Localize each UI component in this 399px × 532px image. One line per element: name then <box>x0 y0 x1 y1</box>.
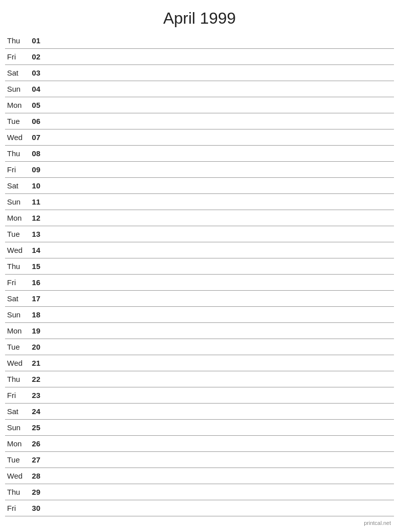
day-name: Wed <box>7 246 26 254</box>
day-name: Sat <box>7 69 26 77</box>
day-row[interactable]: Thu01 <box>5 33 394 49</box>
day-row[interactable]: Wed28 <box>5 468 394 484</box>
day-number: 04 <box>26 85 40 93</box>
day-name: Sun <box>7 197 26 206</box>
day-number: 23 <box>26 391 40 400</box>
day-name: Thu <box>7 149 26 158</box>
day-row[interactable]: Sun18 <box>5 307 394 323</box>
day-number: 17 <box>26 294 40 303</box>
day-number: 11 <box>26 197 40 206</box>
day-name: Sun <box>7 310 26 319</box>
day-number: 29 <box>26 488 40 496</box>
day-name: Tue <box>7 343 26 351</box>
day-line <box>44 266 392 267</box>
day-name: Sun <box>7 423 26 432</box>
day-row[interactable]: Thu15 <box>5 258 394 275</box>
day-line <box>44 298 392 299</box>
day-line <box>44 379 392 379</box>
day-row[interactable]: Wed21 <box>5 355 394 371</box>
day-row[interactable]: Sat24 <box>5 404 394 420</box>
day-name: Wed <box>7 359 26 367</box>
day-line <box>44 153 392 154</box>
day-name: Tue <box>7 455 26 464</box>
day-name: Fri <box>7 278 26 287</box>
day-line <box>44 56 392 57</box>
day-number: 09 <box>26 165 40 174</box>
day-number: 30 <box>26 504 40 512</box>
day-name: Mon <box>7 214 26 222</box>
day-row[interactable]: Tue20 <box>5 339 394 355</box>
day-line <box>44 89 392 89</box>
day-row[interactable]: Thu29 <box>5 484 394 500</box>
day-line <box>44 330 392 331</box>
day-name: Fri <box>7 52 26 61</box>
day-line <box>44 347 392 347</box>
day-row[interactable]: Fri23 <box>5 387 394 404</box>
day-number: 24 <box>26 407 40 416</box>
day-row[interactable]: Mon19 <box>5 323 394 339</box>
day-number: 02 <box>26 52 40 61</box>
day-row[interactable]: Thu08 <box>5 146 394 162</box>
day-number: 01 <box>26 36 40 45</box>
day-number: 27 <box>26 455 40 464</box>
day-row[interactable]: Tue27 <box>5 452 394 468</box>
day-number: 16 <box>26 278 40 287</box>
day-number: 28 <box>26 472 40 480</box>
day-row[interactable]: Mon12 <box>5 210 394 226</box>
day-row[interactable]: Wed07 <box>5 129 394 146</box>
day-name: Tue <box>7 230 26 238</box>
day-name: Sat <box>7 181 26 190</box>
day-name: Thu <box>7 36 26 45</box>
day-row[interactable]: Wed14 <box>5 242 394 258</box>
day-line <box>44 73 392 73</box>
day-row[interactable]: Fri02 <box>5 49 394 65</box>
day-number: 06 <box>26 117 40 125</box>
day-row[interactable]: Mon05 <box>5 97 394 113</box>
day-row[interactable]: Mon26 <box>5 436 394 452</box>
day-line <box>44 169 392 170</box>
day-number: 19 <box>26 326 40 335</box>
day-line <box>44 121 392 121</box>
day-row[interactable]: Sun11 <box>5 194 394 210</box>
day-name: Mon <box>7 439 26 448</box>
day-row[interactable]: Fri09 <box>5 162 394 178</box>
day-row[interactable]: Sat03 <box>5 65 394 81</box>
day-number: 10 <box>26 181 40 190</box>
day-line <box>44 443 392 444</box>
day-row[interactable]: Fri16 <box>5 275 394 291</box>
day-number: 12 <box>26 214 40 222</box>
day-line <box>44 314 392 315</box>
day-line <box>44 202 392 202</box>
day-row[interactable]: Tue06 <box>5 113 394 129</box>
day-number: 13 <box>26 230 40 238</box>
day-number: 08 <box>26 149 40 158</box>
day-name: Fri <box>7 391 26 400</box>
day-row[interactable]: Sat17 <box>5 291 394 307</box>
day-line <box>44 411 392 412</box>
day-number: 05 <box>26 101 40 109</box>
day-number: 21 <box>26 359 40 367</box>
day-number: 03 <box>26 69 40 77</box>
day-name: Fri <box>7 165 26 174</box>
day-number: 20 <box>26 343 40 351</box>
day-name: Sat <box>7 407 26 416</box>
day-row[interactable]: Fri30 <box>5 500 394 516</box>
day-row[interactable]: Sun25 <box>5 420 394 436</box>
day-row[interactable]: Sat10 <box>5 178 394 194</box>
day-name: Fri <box>7 504 26 512</box>
day-line <box>44 427 392 428</box>
day-name: Wed <box>7 133 26 142</box>
day-number: 25 <box>26 423 40 432</box>
day-row[interactable]: Tue13 <box>5 226 394 242</box>
day-name: Sat <box>7 294 26 303</box>
day-name: Thu <box>7 262 26 271</box>
day-line <box>44 40 392 41</box>
day-number: 15 <box>26 262 40 271</box>
day-number: 14 <box>26 246 40 254</box>
day-row[interactable]: Thu22 <box>5 371 394 387</box>
day-name: Mon <box>7 101 26 109</box>
day-line <box>44 105 392 105</box>
day-row[interactable]: Sun04 <box>5 81 394 97</box>
day-line <box>44 282 392 283</box>
day-line <box>44 185 392 186</box>
